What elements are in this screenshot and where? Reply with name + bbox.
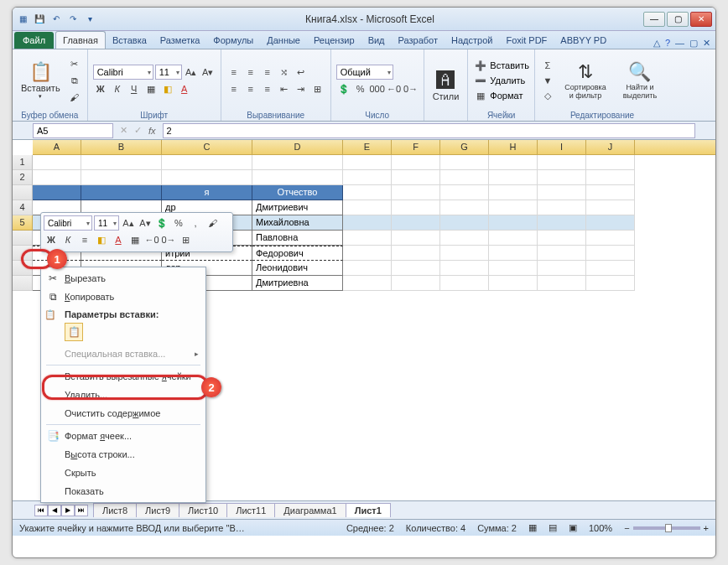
mini-merge-icon[interactable]: ⊞ <box>178 232 193 247</box>
ctx-insert-cut-cells[interactable]: Вставить вырезанные ячейки <box>43 367 204 386</box>
help-icon[interactable]: ? <box>665 38 670 49</box>
mini-dec-decimal-icon[interactable]: ←0 <box>144 232 159 247</box>
insert-cells-label[interactable]: Вставить <box>490 60 529 70</box>
col-header[interactable]: G <box>440 140 489 154</box>
ctx-format-cells[interactable]: 📑Формат ячеек... <box>43 427 204 445</box>
tab-home[interactable]: Главная <box>55 31 106 49</box>
clear-icon[interactable]: ◇ <box>540 88 555 103</box>
align-bottom-icon[interactable]: ≡ <box>260 65 275 80</box>
col-header[interactable]: F <box>392 140 440 154</box>
find-select-button[interactable]: 🔍Найти и выделить <box>616 60 664 101</box>
col-header[interactable]: J <box>586 140 635 154</box>
mini-size-combo[interactable]: 11 <box>94 215 119 231</box>
row-header[interactable] <box>13 261 33 276</box>
mini-italic-icon[interactable]: К <box>60 232 75 247</box>
tab-foxit[interactable]: Foxit PDF <box>499 32 554 49</box>
tab-developer[interactable]: Разработ <box>392 32 445 49</box>
mini-currency-icon[interactable]: 💲 <box>154 215 169 231</box>
redo-icon[interactable]: ↷ <box>66 13 80 26</box>
row-header[interactable] <box>13 185 33 200</box>
sheet-tab-active[interactable]: Лист1 <box>346 503 391 517</box>
name-box[interactable]: A5 <box>33 123 113 138</box>
save-icon[interactable]: 💾 <box>33 13 46 26</box>
format-cells-icon[interactable]: ▦ <box>473 88 488 103</box>
sort-filter-button[interactable]: ⇅Сортировка и фильтр <box>559 60 612 101</box>
grow-font-icon[interactable]: A▴ <box>184 65 199 80</box>
ctx-clear-contents[interactable]: Очистить содержимое <box>43 404 204 422</box>
col-header[interactable]: C <box>162 140 252 154</box>
mini-bold-icon[interactable]: Ж <box>44 232 59 247</box>
maximize-button[interactable]: ▢ <box>667 12 689 27</box>
insert-cells-icon[interactable]: ➕ <box>473 58 488 73</box>
qat-dropdown-icon[interactable]: ▾ <box>83 13 96 26</box>
undo-icon[interactable]: ↶ <box>49 13 63 26</box>
tab-formulas[interactable]: Формулы <box>206 32 260 49</box>
copy-icon[interactable]: ⧉ <box>67 73 82 88</box>
column-headers[interactable]: A B C D E F G H I J <box>33 140 715 155</box>
doc-minimize-icon[interactable]: — <box>675 38 684 49</box>
mini-fill-icon[interactable]: ◧ <box>94 232 109 247</box>
delete-cells-icon[interactable]: ➖ <box>473 73 488 88</box>
mini-shrink-font-icon[interactable]: A▾ <box>138 215 153 231</box>
col-header[interactable]: B <box>81 140 162 154</box>
view-normal-icon[interactable]: ▦ <box>528 522 537 533</box>
row-header-selected[interactable]: 5 <box>13 215 33 231</box>
tab-abbyy[interactable]: ABBYY PD <box>554 32 613 49</box>
mini-comma-icon[interactable]: , <box>188 215 203 231</box>
border-icon[interactable]: ▦ <box>143 81 159 96</box>
align-center-icon[interactable]: ≡ <box>243 81 258 96</box>
formula-bar[interactable]: 2 <box>163 123 695 138</box>
number-format-combo[interactable]: Общий <box>336 65 393 80</box>
ctx-copy[interactable]: ⧉Копировать <box>43 288 204 306</box>
align-top-icon[interactable]: ≡ <box>226 65 242 80</box>
close-button[interactable]: ✕ <box>690 12 712 27</box>
font-size-combo[interactable]: 11 <box>155 65 182 80</box>
accept-formula-icon[interactable]: ✓ <box>134 125 142 136</box>
ctx-hide[interactable]: Скрыть <box>43 464 204 482</box>
dec-decimal-icon[interactable]: 0→ <box>403 81 419 96</box>
doc-restore-icon[interactable]: ▢ <box>689 38 698 49</box>
mini-percent-icon[interactable]: % <box>171 215 186 231</box>
col-header[interactable]: I <box>538 140 586 154</box>
mini-inc-decimal-icon[interactable]: 0→ <box>161 232 176 247</box>
styles-button[interactable]: 🅰Стили <box>429 68 463 103</box>
fx-icon[interactable]: fx <box>148 126 156 136</box>
col-header[interactable]: H <box>489 140 538 154</box>
col-header[interactable]: D <box>252 140 343 154</box>
sheet-tab[interactable]: Лист11 <box>226 503 275 517</box>
col-header[interactable]: E <box>343 140 392 154</box>
mini-border-icon[interactable]: ▦ <box>127 232 143 247</box>
sheet-tab[interactable]: Лист9 <box>136 503 179 517</box>
autosum-icon[interactable]: Σ <box>540 58 555 73</box>
percent-icon[interactable]: % <box>353 81 368 96</box>
minimize-button[interactable]: — <box>643 12 665 27</box>
tab-insert[interactable]: Вставка <box>106 32 153 49</box>
ctx-row-height[interactable]: Высота строки... <box>43 445 204 464</box>
doc-close-icon[interactable]: ✕ <box>703 38 710 49</box>
font-color-icon[interactable]: А <box>177 81 192 96</box>
row-header[interactable] <box>13 276 33 291</box>
row-header[interactable]: 4 <box>13 200 33 215</box>
align-middle-icon[interactable]: ≡ <box>243 65 258 80</box>
ctx-show[interactable]: Показать <box>43 482 204 500</box>
indent-dec-icon[interactable]: ⇤ <box>277 81 292 96</box>
tab-addins[interactable]: Надстрой <box>445 32 499 49</box>
sheet-nav[interactable]: ⏮◀▶⏭ <box>34 505 88 516</box>
inc-decimal-icon[interactable]: ←0 <box>387 81 402 96</box>
paste-option-icon[interactable]: 📋 <box>65 323 83 341</box>
zoom-slider[interactable]: −+ <box>624 523 709 533</box>
sheet-tab[interactable]: Лист8 <box>93 503 137 517</box>
paste-button[interactable]: 📋Вставить▾ <box>18 60 64 101</box>
minimize-ribbon-icon[interactable]: △ <box>653 38 660 49</box>
delete-cells-label[interactable]: Удалить <box>490 75 525 86</box>
orientation-icon[interactable]: ⤭ <box>277 65 292 80</box>
tab-layout[interactable]: Разметка <box>153 32 207 49</box>
merge-icon[interactable]: ⊞ <box>310 81 325 96</box>
mini-font-combo[interactable]: Calibri <box>44 215 92 231</box>
italic-icon[interactable]: К <box>110 81 125 96</box>
shrink-font-icon[interactable]: A▾ <box>200 65 216 80</box>
format-painter-icon[interactable]: 🖌 <box>67 90 82 105</box>
row-header[interactable] <box>13 246 33 261</box>
wrap-text-icon[interactable]: ↩ <box>294 65 309 80</box>
tab-view[interactable]: Вид <box>361 32 392 49</box>
